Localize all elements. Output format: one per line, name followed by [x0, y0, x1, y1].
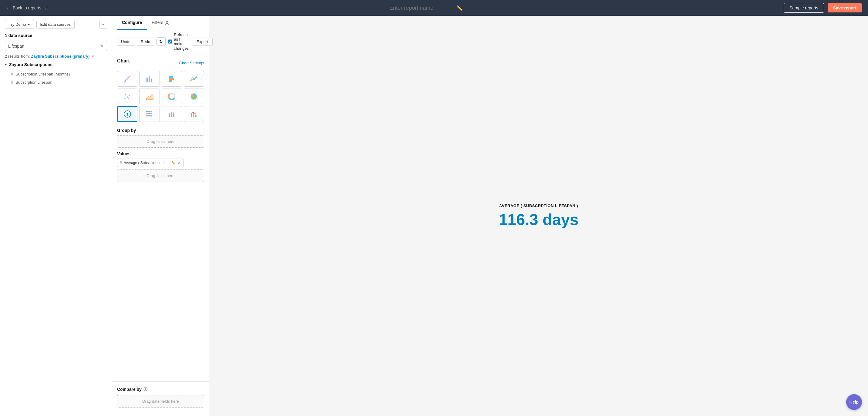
svg-rect-24 [150, 113, 152, 114]
svg-rect-30 [171, 114, 172, 117]
clear-search-icon[interactable]: ✕ [100, 43, 104, 49]
svg-point-9 [129, 95, 130, 96]
svg-rect-3 [151, 78, 152, 82]
try-demo-label: Try Demo [9, 22, 26, 27]
chip-label: Average ( Subscrption Life... [124, 161, 169, 165]
metric-label: AVERAGE ( SUBSCRPTION LIFESPAN ) [499, 203, 578, 208]
svg-rect-5 [168, 78, 174, 80]
values-drag-zone[interactable]: Drag fields here [117, 169, 204, 182]
chip-hash-icon: # [120, 161, 122, 165]
svg-rect-19 [146, 111, 148, 112]
help-button[interactable]: Help [846, 394, 862, 410]
group-by-drag-zone[interactable]: Drag fields here [117, 135, 204, 148]
svg-rect-22 [146, 113, 148, 114]
svg-text:1: 1 [126, 112, 128, 117]
compare-by-section: Compare by ⓘ Drag date fields here [112, 381, 209, 416]
sidebar: Try Demo ▾ Edit data sources « 1 data so… [0, 16, 112, 416]
source-link[interactable]: Zaybra Subscriptions (primary) [31, 54, 90, 59]
edit-sources-button[interactable]: Edit data sources [36, 20, 74, 29]
report-name-area: ✏️ [369, 5, 463, 11]
field-label: Subscription Lifespan (Months) [16, 72, 70, 76]
chart-settings-link[interactable]: Chart Settings [179, 61, 204, 65]
svg-rect-20 [148, 111, 150, 112]
refresh-checkbox[interactable] [168, 39, 172, 44]
chart-type-pie[interactable] [184, 89, 204, 104]
chart-type-grid: 1 [117, 71, 204, 122]
svg-rect-29 [168, 113, 170, 115]
svg-point-7 [125, 94, 126, 95]
chart-type-stacked-bar[interactable] [162, 106, 182, 122]
section-header-zaybra[interactable]: ▾ Zaybra Subscriptions [5, 62, 107, 67]
svg-rect-28 [168, 115, 170, 117]
back-arrow-icon: ← [6, 5, 10, 10]
section-chevron-icon: ▾ [5, 62, 7, 67]
chart-type-line[interactable] [184, 71, 204, 87]
undo-button[interactable]: Undo [117, 38, 134, 46]
svg-rect-23 [148, 113, 150, 114]
chart-type-donut[interactable] [162, 89, 182, 104]
top-nav-actions: Sample reports Save report [784, 3, 862, 13]
search-box: ✕ [5, 41, 107, 51]
svg-point-10 [124, 98, 126, 99]
hash-icon: # [11, 80, 13, 85]
collapse-sidebar-button[interactable]: « [99, 21, 107, 29]
section-label: Zaybra Subscriptions [9, 62, 53, 67]
svg-rect-26 [148, 115, 150, 117]
tab-filters[interactable]: Filters (0) [147, 16, 175, 30]
values-chips: # Average ( Subscrption Life... ✏️ ✕ [117, 159, 204, 169]
refresh-label: Refresh as I make changes [174, 32, 190, 51]
chart-type-magic[interactable] [117, 71, 137, 87]
svg-rect-21 [150, 111, 152, 112]
svg-point-0 [124, 81, 126, 82]
svg-rect-2 [149, 76, 150, 82]
hash-icon: # [11, 72, 13, 76]
chip-remove-icon[interactable]: ✕ [178, 160, 181, 165]
chart-type-area[interactable] [139, 89, 159, 104]
source-chevron-icon: ▾ [92, 54, 94, 59]
chart-type-horizontal-bar[interactable] [162, 71, 182, 87]
svg-rect-27 [150, 115, 152, 117]
list-item[interactable]: # Subscrption Lifespan [5, 78, 107, 87]
chart-type-combo[interactable] [184, 106, 204, 122]
save-report-button[interactable]: Save report [828, 3, 862, 12]
tabs-row: Configure Filters (0) [112, 16, 209, 30]
chart-type-scatter[interactable] [117, 89, 137, 104]
chip-edit-icon[interactable]: ✏️ [172, 161, 176, 165]
edit-pencil-icon: ✏️ [457, 5, 463, 11]
info-icon[interactable]: ⓘ [144, 387, 147, 392]
compare-by-header: Compare by ⓘ [117, 387, 204, 392]
refresh-checkbox-label[interactable]: Refresh as I make changes [168, 32, 190, 51]
results-count: 2 results from: [5, 54, 30, 59]
refresh-icon-button[interactable]: ↻ [156, 37, 165, 46]
tab-configure[interactable]: Configure [117, 16, 147, 30]
compare-by-label: Compare by [117, 387, 142, 392]
redo-button[interactable]: Redo [137, 38, 154, 46]
svg-rect-25 [146, 115, 148, 117]
chart-type-single-stat[interactable]: 1 [117, 106, 137, 122]
svg-rect-33 [173, 113, 175, 114]
values-label: Values [117, 151, 204, 156]
value-chip: # Average ( Subscrption Life... ✏️ ✕ [117, 159, 184, 167]
back-to-reports[interactable]: ← Back to reports list [6, 5, 48, 10]
svg-rect-36 [195, 115, 196, 117]
chart-type-heatmap[interactable] [139, 106, 159, 122]
chart-type-bar[interactable] [139, 71, 159, 87]
main-layout: Try Demo ▾ Edit data sources « 1 data so… [0, 16, 868, 416]
results-from: 2 results from: Zaybra Subscriptions (pr… [5, 54, 107, 59]
svg-rect-4 [168, 76, 173, 77]
report-name-input[interactable] [369, 5, 454, 11]
chart-section-label: Chart [117, 58, 130, 64]
list-item[interactable]: # Subscription Lifespan (Months) [5, 70, 107, 78]
metric-value: 116.3 days [499, 211, 578, 229]
export-button[interactable]: Export [192, 38, 213, 46]
top-toolbar: Undo Redo ↻ Refresh as I make changes Ex… [112, 30, 209, 53]
svg-rect-31 [171, 112, 172, 114]
svg-rect-34 [191, 114, 192, 117]
group-by-label: Group by [117, 128, 204, 133]
compare-by-drag-zone[interactable]: Drag date fields here [117, 395, 204, 408]
sample-reports-button[interactable]: Sample reports [784, 3, 824, 13]
back-label: Back to reports list [13, 5, 48, 10]
try-demo-button[interactable]: Try Demo ▾ [5, 20, 34, 29]
search-input[interactable] [8, 44, 100, 49]
top-nav: ← Back to reports list ✏️ Sample reports… [0, 0, 868, 16]
